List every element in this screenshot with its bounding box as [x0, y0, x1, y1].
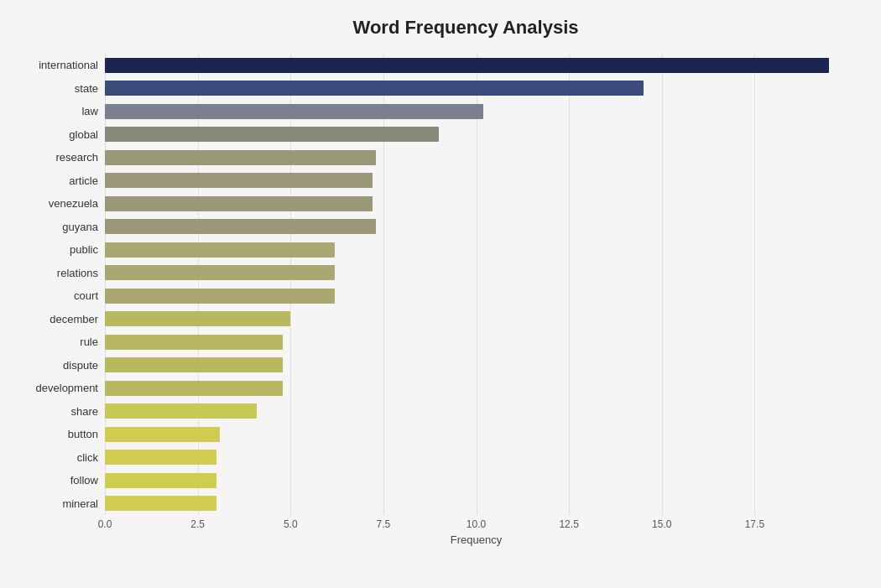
bar [105, 357, 283, 372]
x-axis-label: Frequency [105, 533, 847, 546]
y-axis: internationalstatelawglobalresearchartic… [17, 54, 105, 549]
bar [105, 104, 483, 119]
bar-row [105, 56, 847, 75]
x-tick-label: 15.0 [652, 518, 671, 530]
bar-row [105, 217, 847, 236]
bar [105, 381, 283, 396]
y-label: court [17, 286, 105, 306]
y-label: guyana [17, 216, 105, 237]
y-label: follow [17, 471, 105, 491]
bar-row [105, 125, 847, 143]
bar [105, 473, 216, 488]
chart-title: Word Frequency Analysis [17, 17, 847, 39]
y-label: relations [17, 263, 105, 283]
bar-row [105, 356, 847, 374]
y-label: development [17, 378, 105, 398]
x-tick-label: 7.5 [377, 518, 391, 530]
bar [105, 496, 216, 511]
bar-row [105, 494, 847, 513]
y-label: mineral [17, 493, 105, 513]
bar [105, 219, 376, 234]
bars-container [105, 54, 847, 515]
bar-row [105, 79, 847, 97]
x-axis: 0.02.55.07.510.012.515.017.5 Frequency [105, 515, 847, 549]
y-label: state [17, 78, 105, 98]
bar [105, 265, 335, 280]
bar-row [105, 379, 847, 398]
bar [105, 150, 376, 165]
bar [105, 81, 644, 96]
bar-row [105, 471, 847, 490]
bar-row [105, 195, 847, 213]
chart-container: Word Frequency Analysis internationalsta… [0, 0, 881, 588]
y-label: international [17, 55, 105, 75]
bar [105, 335, 283, 350]
grid-and-bars: 0.02.55.07.510.012.515.017.5 Frequency [105, 54, 847, 549]
bar-row [105, 402, 847, 420]
plot-area: 0.02.55.07.510.012.515.017.5 Frequency [105, 54, 847, 549]
x-tick-label: 2.5 [190, 518, 205, 530]
bar [105, 427, 220, 442]
x-tick-label: 17.5 [745, 518, 764, 530]
bar-row [105, 241, 847, 259]
bar-row [105, 425, 847, 444]
chart-area: internationalstatelawglobalresearchartic… [17, 54, 847, 549]
bar [105, 403, 257, 419]
bar [105, 311, 290, 326]
y-label: global [17, 124, 105, 144]
y-label: button [17, 424, 105, 445]
bar [105, 450, 216, 465]
bar [105, 242, 335, 258]
bar [105, 127, 439, 142]
bar-row [105, 102, 847, 121]
x-ticks: 0.02.55.07.510.012.515.017.5 [105, 515, 847, 532]
bar-row [105, 171, 847, 190]
y-label: rule [17, 332, 105, 352]
y-label: venezuela [17, 194, 105, 214]
y-label: public [17, 240, 105, 260]
bar [105, 58, 829, 73]
y-label: share [17, 401, 105, 421]
bar-row [105, 448, 847, 466]
bar [105, 173, 373, 188]
bar [105, 196, 373, 211]
y-label: article [17, 170, 105, 190]
x-tick-label: 10.0 [467, 518, 486, 530]
y-label: click [17, 447, 105, 467]
bar-row [105, 263, 847, 282]
bar-row [105, 287, 847, 305]
y-label: december [17, 309, 105, 329]
x-tick-label: 0.0 [98, 518, 112, 530]
y-label: research [17, 148, 105, 168]
bar-row [105, 333, 847, 351]
y-label: law [17, 101, 105, 122]
bar [105, 289, 335, 304]
bar-row [105, 310, 847, 328]
bar-row [105, 148, 847, 167]
x-tick-label: 12.5 [559, 518, 578, 530]
x-tick-label: 5.0 [284, 518, 298, 530]
y-label: dispute [17, 355, 105, 375]
